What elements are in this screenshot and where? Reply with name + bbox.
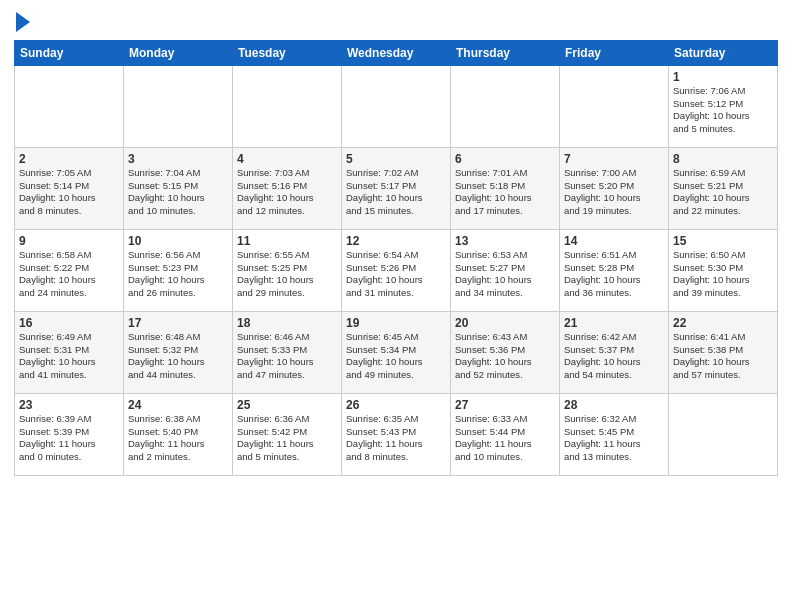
- day-info: Sunrise: 6:58 AM Sunset: 5:22 PM Dayligh…: [19, 249, 119, 300]
- calendar-header-friday: Friday: [560, 40, 669, 65]
- calendar-cell: 27Sunrise: 6:33 AM Sunset: 5:44 PM Dayli…: [451, 393, 560, 475]
- calendar-cell: [233, 65, 342, 147]
- day-info: Sunrise: 6:59 AM Sunset: 5:21 PM Dayligh…: [673, 167, 773, 218]
- day-info: Sunrise: 6:33 AM Sunset: 5:44 PM Dayligh…: [455, 413, 555, 464]
- day-info: Sunrise: 7:01 AM Sunset: 5:18 PM Dayligh…: [455, 167, 555, 218]
- day-number: 10: [128, 234, 228, 248]
- day-info: Sunrise: 6:46 AM Sunset: 5:33 PM Dayligh…: [237, 331, 337, 382]
- calendar-cell: 7Sunrise: 7:00 AM Sunset: 5:20 PM Daylig…: [560, 147, 669, 229]
- calendar-cell: [124, 65, 233, 147]
- day-number: 4: [237, 152, 337, 166]
- calendar-cell: 24Sunrise: 6:38 AM Sunset: 5:40 PM Dayli…: [124, 393, 233, 475]
- calendar-cell: 1Sunrise: 7:06 AM Sunset: 5:12 PM Daylig…: [669, 65, 778, 147]
- day-info: Sunrise: 6:53 AM Sunset: 5:27 PM Dayligh…: [455, 249, 555, 300]
- day-number: 28: [564, 398, 664, 412]
- day-number: 15: [673, 234, 773, 248]
- day-info: Sunrise: 6:45 AM Sunset: 5:34 PM Dayligh…: [346, 331, 446, 382]
- header: [14, 10, 778, 34]
- day-info: Sunrise: 6:50 AM Sunset: 5:30 PM Dayligh…: [673, 249, 773, 300]
- calendar-cell: 14Sunrise: 6:51 AM Sunset: 5:28 PM Dayli…: [560, 229, 669, 311]
- day-number: 23: [19, 398, 119, 412]
- logo: [14, 14, 30, 34]
- day-info: Sunrise: 6:43 AM Sunset: 5:36 PM Dayligh…: [455, 331, 555, 382]
- day-number: 22: [673, 316, 773, 330]
- day-info: Sunrise: 7:04 AM Sunset: 5:15 PM Dayligh…: [128, 167, 228, 218]
- day-number: 21: [564, 316, 664, 330]
- day-info: Sunrise: 6:54 AM Sunset: 5:26 PM Dayligh…: [346, 249, 446, 300]
- day-number: 7: [564, 152, 664, 166]
- calendar-cell: 16Sunrise: 6:49 AM Sunset: 5:31 PM Dayli…: [15, 311, 124, 393]
- day-number: 5: [346, 152, 446, 166]
- calendar-cell: 26Sunrise: 6:35 AM Sunset: 5:43 PM Dayli…: [342, 393, 451, 475]
- day-number: 26: [346, 398, 446, 412]
- calendar-cell: 18Sunrise: 6:46 AM Sunset: 5:33 PM Dayli…: [233, 311, 342, 393]
- day-info: Sunrise: 6:55 AM Sunset: 5:25 PM Dayligh…: [237, 249, 337, 300]
- calendar-header-wednesday: Wednesday: [342, 40, 451, 65]
- calendar-cell: 5Sunrise: 7:02 AM Sunset: 5:17 PM Daylig…: [342, 147, 451, 229]
- calendar-cell: [669, 393, 778, 475]
- day-info: Sunrise: 7:05 AM Sunset: 5:14 PM Dayligh…: [19, 167, 119, 218]
- day-number: 24: [128, 398, 228, 412]
- day-info: Sunrise: 6:51 AM Sunset: 5:28 PM Dayligh…: [564, 249, 664, 300]
- calendar-cell: 13Sunrise: 6:53 AM Sunset: 5:27 PM Dayli…: [451, 229, 560, 311]
- calendar-cell: [15, 65, 124, 147]
- calendar-header-thursday: Thursday: [451, 40, 560, 65]
- calendar-cell: 19Sunrise: 6:45 AM Sunset: 5:34 PM Dayli…: [342, 311, 451, 393]
- day-number: 8: [673, 152, 773, 166]
- day-number: 25: [237, 398, 337, 412]
- calendar-cell: 25Sunrise: 6:36 AM Sunset: 5:42 PM Dayli…: [233, 393, 342, 475]
- calendar-table: SundayMondayTuesdayWednesdayThursdayFrid…: [14, 40, 778, 476]
- logo-arrow-icon: [16, 12, 30, 32]
- calendar-cell: 20Sunrise: 6:43 AM Sunset: 5:36 PM Dayli…: [451, 311, 560, 393]
- calendar-cell: 17Sunrise: 6:48 AM Sunset: 5:32 PM Dayli…: [124, 311, 233, 393]
- day-info: Sunrise: 6:49 AM Sunset: 5:31 PM Dayligh…: [19, 331, 119, 382]
- calendar-cell: 10Sunrise: 6:56 AM Sunset: 5:23 PM Dayli…: [124, 229, 233, 311]
- day-info: Sunrise: 6:32 AM Sunset: 5:45 PM Dayligh…: [564, 413, 664, 464]
- day-info: Sunrise: 6:42 AM Sunset: 5:37 PM Dayligh…: [564, 331, 664, 382]
- calendar-cell: 21Sunrise: 6:42 AM Sunset: 5:37 PM Dayli…: [560, 311, 669, 393]
- day-number: 11: [237, 234, 337, 248]
- day-number: 2: [19, 152, 119, 166]
- calendar-cell: 22Sunrise: 6:41 AM Sunset: 5:38 PM Dayli…: [669, 311, 778, 393]
- calendar-cell: 8Sunrise: 6:59 AM Sunset: 5:21 PM Daylig…: [669, 147, 778, 229]
- calendar-cell: 12Sunrise: 6:54 AM Sunset: 5:26 PM Dayli…: [342, 229, 451, 311]
- day-info: Sunrise: 7:06 AM Sunset: 5:12 PM Dayligh…: [673, 85, 773, 136]
- day-number: 6: [455, 152, 555, 166]
- calendar-header-tuesday: Tuesday: [233, 40, 342, 65]
- day-info: Sunrise: 7:02 AM Sunset: 5:17 PM Dayligh…: [346, 167, 446, 218]
- day-number: 9: [19, 234, 119, 248]
- calendar-week-5: 23Sunrise: 6:39 AM Sunset: 5:39 PM Dayli…: [15, 393, 778, 475]
- day-number: 3: [128, 152, 228, 166]
- day-number: 19: [346, 316, 446, 330]
- calendar-cell: 28Sunrise: 6:32 AM Sunset: 5:45 PM Dayli…: [560, 393, 669, 475]
- day-number: 16: [19, 316, 119, 330]
- day-info: Sunrise: 6:38 AM Sunset: 5:40 PM Dayligh…: [128, 413, 228, 464]
- day-number: 18: [237, 316, 337, 330]
- day-info: Sunrise: 7:03 AM Sunset: 5:16 PM Dayligh…: [237, 167, 337, 218]
- day-number: 1: [673, 70, 773, 84]
- day-info: Sunrise: 6:56 AM Sunset: 5:23 PM Dayligh…: [128, 249, 228, 300]
- calendar-cell: 2Sunrise: 7:05 AM Sunset: 5:14 PM Daylig…: [15, 147, 124, 229]
- day-info: Sunrise: 6:41 AM Sunset: 5:38 PM Dayligh…: [673, 331, 773, 382]
- day-info: Sunrise: 6:35 AM Sunset: 5:43 PM Dayligh…: [346, 413, 446, 464]
- day-number: 12: [346, 234, 446, 248]
- calendar-header-sunday: Sunday: [15, 40, 124, 65]
- day-number: 20: [455, 316, 555, 330]
- calendar-week-2: 2Sunrise: 7:05 AM Sunset: 5:14 PM Daylig…: [15, 147, 778, 229]
- calendar-cell: 3Sunrise: 7:04 AM Sunset: 5:15 PM Daylig…: [124, 147, 233, 229]
- calendar-week-1: 1Sunrise: 7:06 AM Sunset: 5:12 PM Daylig…: [15, 65, 778, 147]
- calendar-cell: 4Sunrise: 7:03 AM Sunset: 5:16 PM Daylig…: [233, 147, 342, 229]
- day-number: 13: [455, 234, 555, 248]
- calendar-week-3: 9Sunrise: 6:58 AM Sunset: 5:22 PM Daylig…: [15, 229, 778, 311]
- day-info: Sunrise: 7:00 AM Sunset: 5:20 PM Dayligh…: [564, 167, 664, 218]
- calendar-cell: 6Sunrise: 7:01 AM Sunset: 5:18 PM Daylig…: [451, 147, 560, 229]
- calendar-cell: [560, 65, 669, 147]
- calendar-cell: 9Sunrise: 6:58 AM Sunset: 5:22 PM Daylig…: [15, 229, 124, 311]
- calendar-cell: [451, 65, 560, 147]
- day-info: Sunrise: 6:48 AM Sunset: 5:32 PM Dayligh…: [128, 331, 228, 382]
- calendar-cell: [342, 65, 451, 147]
- page-container: SundayMondayTuesdayWednesdayThursdayFrid…: [0, 0, 792, 482]
- calendar-header-monday: Monday: [124, 40, 233, 65]
- calendar-cell: 15Sunrise: 6:50 AM Sunset: 5:30 PM Dayli…: [669, 229, 778, 311]
- calendar-header-row: SundayMondayTuesdayWednesdayThursdayFrid…: [15, 40, 778, 65]
